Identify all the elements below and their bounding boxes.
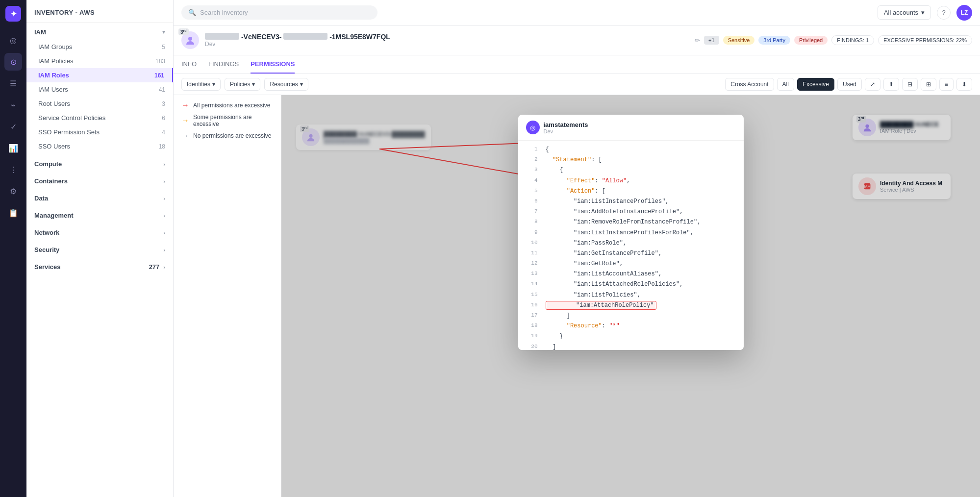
cross-account-button[interactable]: Cross Account <box>725 78 774 91</box>
line-number: 13 <box>524 270 538 279</box>
policies-filter-button[interactable]: Policies ▾ <box>225 78 260 91</box>
line-content: "iam:ListAttachedRolePolicies", <box>546 280 683 289</box>
expand-view-button[interactable]: ⤢ <box>865 78 880 91</box>
code-line-4: 4 "Effect": "Allow", <box>518 176 744 186</box>
resources-filter-button[interactable]: Resources ▾ <box>264 78 308 91</box>
sidebar-group-data[interactable]: Data › <box>26 190 173 207</box>
sidebar-group-containers[interactable]: Containers › <box>26 173 173 190</box>
search-placeholder: Search inventory <box>200 9 248 16</box>
grid-view-button[interactable]: ⊞ <box>921 78 936 91</box>
sidebar-item-iam-users-count: 41 <box>159 86 165 93</box>
help-button[interactable]: ? <box>937 6 951 20</box>
sidebar-item-scp-label: Service Control Policies <box>38 114 105 122</box>
list-view-button[interactable]: ≡ <box>939 78 954 91</box>
nav-settings[interactable]: ⚙ <box>4 182 22 200</box>
sidebar-group-network[interactable]: Network › <box>26 224 173 241</box>
download-button[interactable]: ⬇ <box>956 78 972 91</box>
sidebar-item-iam-roles[interactable]: IAM Roles 161 <box>26 68 173 82</box>
nav-inventory[interactable]: ⊙ <box>4 53 22 71</box>
tab-info[interactable]: INFO <box>181 55 197 74</box>
sidebar-group-management[interactable]: Management › <box>26 207 173 224</box>
used-filter-button[interactable]: Used <box>837 78 862 91</box>
avatar[interactable]: LZ <box>956 5 972 21</box>
edit-icon[interactable]: ✏ <box>695 37 700 44</box>
all-filter-button[interactable]: All <box>777 78 794 91</box>
legend-no-excessive-label: No permissions are excessive <box>193 132 271 139</box>
code-line-20: 20 ] <box>518 342 744 350</box>
entity-name-masked2 <box>283 33 327 40</box>
privileged-tag: Privileged <box>794 36 828 45</box>
code-line-7: 7 "iam:AddRoleToInstanceProfile", <box>518 207 744 217</box>
sidebar: INVENTORY - AWS IAM ▾ IAM Groups 5 IAM P… <box>26 0 174 497</box>
nav-chart[interactable]: 📊 <box>4 139 22 157</box>
containers-chevron-icon: › <box>163 178 165 184</box>
line-number: 4 <box>524 176 538 186</box>
sidebar-item-sso-permission-sets[interactable]: SSO Permission Sets 4 <box>26 125 173 139</box>
avatar-label: LZ <box>961 9 968 16</box>
line-content: "iam:AttachRolePolicy" <box>546 301 656 310</box>
sidebar-group-management-label: Management <box>34 212 73 219</box>
line-content: "iam:ListPolicies", <box>546 291 641 300</box>
funnel-button[interactable]: ⊟ <box>902 78 918 91</box>
tab-findings[interactable]: FINDINGS <box>208 55 239 74</box>
share-button[interactable]: ⬆ <box>883 78 899 91</box>
entity-name: -VcNECEV3- -1MSL95E8W7FQL <box>205 33 390 41</box>
sidebar-item-root-users[interactable]: Root Users 3 <box>26 97 173 111</box>
all-accounts-button[interactable]: All accounts ▾ <box>878 5 931 20</box>
tabs-bar: INFO FINDINGS PERMISSIONS <box>174 55 980 74</box>
entity-avatar: 3rd <box>181 31 199 49</box>
nav-check[interactable]: ✓ <box>4 118 22 135</box>
all-accounts-label: All accounts <box>884 9 918 16</box>
sidebar-item-root-users-label: Root Users <box>38 100 70 107</box>
code-line-5: 5 "Action": [ <box>518 186 744 197</box>
sidebar-item-iam-policies-count: 183 <box>155 58 165 65</box>
sidebar-group-iam-header[interactable]: IAM ▾ <box>26 25 173 40</box>
sidebar-group-services[interactable]: Services 277 › <box>26 258 173 275</box>
line-content: } <box>546 332 563 341</box>
sidebar-title: INVENTORY - AWS <box>26 0 173 23</box>
entity-badge: 3rd <box>178 28 189 35</box>
tab-permissions[interactable]: PERMISSIONS <box>251 55 295 74</box>
line-content: ] <box>546 311 570 321</box>
sidebar-item-iam-groups[interactable]: IAM Groups 5 <box>26 40 173 54</box>
nav-signal[interactable]: ⌁ <box>4 96 22 114</box>
entity-name-masked1 <box>205 33 239 40</box>
line-number: 10 <box>524 239 538 248</box>
modal-overlay[interactable]: ◎ iamstatements Dev 1{2 "Statement": [3 … <box>281 95 980 497</box>
line-content: "Action": [ <box>546 187 605 196</box>
excessive-filter-button[interactable]: Excessive <box>797 78 834 91</box>
sidebar-item-iam-users[interactable]: IAM Users 41 <box>26 82 173 97</box>
nav-graph[interactable]: ☰ <box>4 75 22 92</box>
sidebar-item-iam-policies[interactable]: IAM Policies 183 <box>26 54 173 68</box>
security-chevron-icon: › <box>163 247 165 253</box>
sidebar-item-sso-users[interactable]: SSO Users 18 <box>26 139 173 153</box>
code-line-9: 9 "iam:ListInstanceProfilesForRole", <box>518 228 744 238</box>
sidebar-item-scp[interactable]: Service Control Policies 6 <box>26 111 173 125</box>
entity-avatar-icon <box>185 35 196 46</box>
sidebar-item-iam-users-label: IAM Users <box>38 86 68 93</box>
line-number: 18 <box>524 322 538 331</box>
code-line-3: 3 { <box>518 165 744 175</box>
line-number: 17 <box>524 311 538 321</box>
nav-dashboard[interactable]: ◎ <box>4 31 22 49</box>
sidebar-group-security[interactable]: Security › <box>26 241 173 258</box>
third-party-tag: 3rd Party <box>758 36 790 45</box>
resources-label: Resources <box>270 81 298 88</box>
identities-chevron-icon: ▾ <box>212 81 215 88</box>
search-box[interactable]: 🔍 Search inventory <box>181 5 377 20</box>
code-line-10: 10 "iam:PassRole", <box>518 238 744 248</box>
nav-reports[interactable]: 📋 <box>4 204 22 222</box>
sidebar-group-compute[interactable]: Compute › <box>26 155 173 173</box>
legend: → All permissions are excessive → Some p… <box>174 95 281 497</box>
line-content: ] <box>546 343 556 350</box>
entity-name-part2: -1MSL95E8W7FQL <box>329 33 390 41</box>
line-number: 20 <box>524 343 538 350</box>
line-number: 16 <box>524 301 538 310</box>
line-content: "Resource": "*" <box>546 322 620 331</box>
nav-nodes[interactable]: ⋮ <box>4 161 22 178</box>
code-block: 1{2 "Statement": [3 {4 "Effect": "Allow"… <box>518 141 744 350</box>
modal-subtitle: Dev <box>544 128 588 134</box>
legend-item-no-excessive: → No permissions are excessive <box>181 131 273 140</box>
identities-filter-button[interactable]: Identities ▾ <box>181 78 221 91</box>
code-line-13: 13 "iam:ListAccountAliases", <box>518 269 744 279</box>
